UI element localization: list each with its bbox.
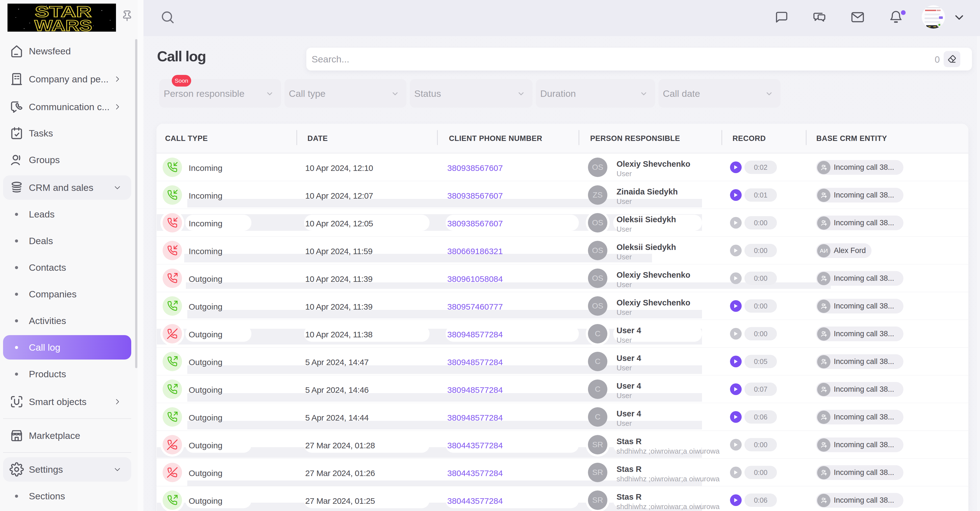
svg-text:WARS: WARS [34,17,92,32]
